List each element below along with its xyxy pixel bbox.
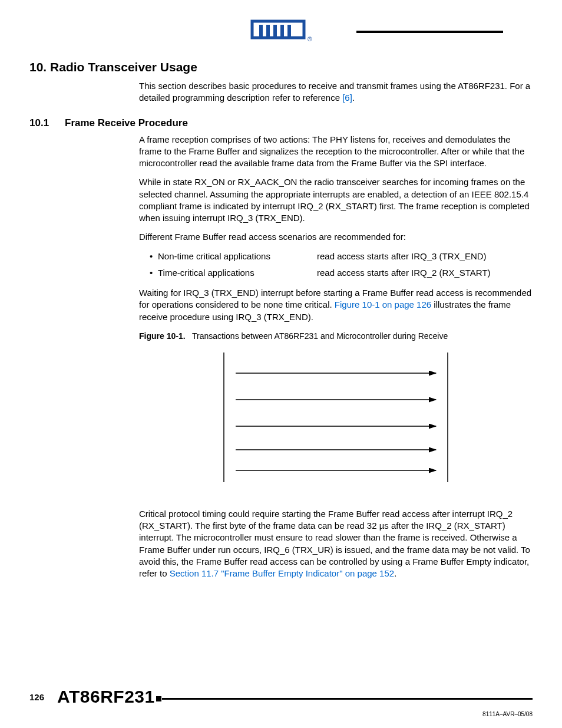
list-item: • Non-time critical applications read ac… xyxy=(150,251,533,262)
section-number: 10. xyxy=(29,60,47,74)
svg-rect-5 xyxy=(287,25,291,38)
figure-label: Figure 10-1. xyxy=(139,331,186,341)
bullet-list: • Non-time critical applications read ac… xyxy=(150,251,533,279)
paragraph-2: While in state RX_ON or RX_AACK_ON the r… xyxy=(139,176,533,224)
footer-rule xyxy=(162,698,533,700)
subsection-title: Frame Receive Procedure xyxy=(65,117,188,129)
figure-caption: Figure 10-1. Transactions between AT86RF… xyxy=(139,331,533,341)
header-rule xyxy=(356,31,503,33)
svg-rect-3 xyxy=(273,25,277,38)
subsection-number: 10.1 xyxy=(29,117,65,129)
document-id: 8111A–AVR–05/08 xyxy=(482,711,533,717)
section-heading: 10. Radio Transceiver Usage xyxy=(29,60,533,74)
bullet-icon: • xyxy=(150,267,158,279)
bullet-left: Time-critical applications xyxy=(158,267,317,279)
page-number: 126 xyxy=(29,692,44,702)
figure-caption-text: Transactions between AT86RF231 and Micro… xyxy=(192,331,448,341)
section-title-text: Radio Transceiver Usage xyxy=(50,60,197,74)
bullet-left: Non-time critical applications xyxy=(158,251,317,262)
section-ref-link[interactable]: Section 11.7 "Frame Buffer Empty Indicat… xyxy=(170,568,394,578)
list-item: • Time-critical applications read access… xyxy=(150,267,533,279)
section-intro: This section describes basic procedures … xyxy=(139,80,533,104)
atmel-logo: ® xyxy=(249,18,313,44)
figure-ref-link[interactable]: Figure 10-1 on page 126 xyxy=(335,299,431,309)
footer-product: AT86RF231 xyxy=(57,687,155,707)
svg-rect-1 xyxy=(259,25,263,38)
svg-text:®: ® xyxy=(308,36,312,42)
paragraph-1: A frame reception comprises of two actio… xyxy=(139,134,533,170)
paragraph-3: Different Frame Buffer read access scena… xyxy=(139,231,533,243)
paragraph-4: Waiting for IRQ_3 (TRX_END) interrupt be… xyxy=(139,287,533,323)
bullet-right: read access starts after IRQ_2 (RX_START… xyxy=(317,267,533,279)
bullet-icon: • xyxy=(150,251,158,262)
paragraph-5: Critical protocol timing could require s… xyxy=(139,508,533,580)
subsection-heading: 10.1 Frame Receive Procedure xyxy=(29,117,533,129)
page-footer: 126 AT86RF231 xyxy=(29,687,533,707)
figure-10-1 xyxy=(139,347,533,500)
bullet-right: read access starts after IRQ_3 (TRX_END) xyxy=(317,251,533,262)
svg-rect-4 xyxy=(280,25,284,38)
header-logo-area: ® xyxy=(29,18,533,44)
reference-link-6[interactable]: [6] xyxy=(342,93,352,103)
svg-rect-2 xyxy=(266,25,270,38)
